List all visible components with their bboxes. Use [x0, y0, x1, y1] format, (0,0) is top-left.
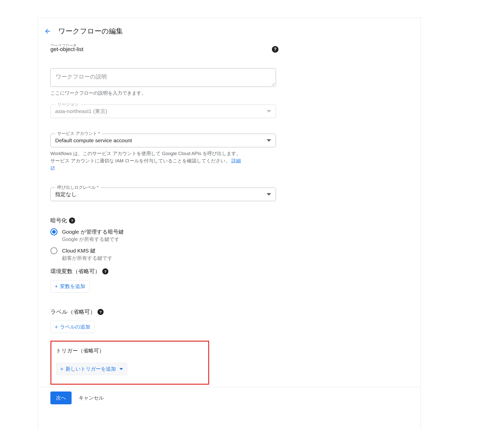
encryption-option-desc: Google が所有する鍵です	[62, 236, 124, 243]
encryption-option-desc: 顧客が所有する鍵です	[62, 255, 112, 262]
chevron-down-icon	[119, 368, 123, 370]
back-arrow-icon[interactable]	[44, 28, 51, 35]
region-value: asia-northeast1 (東京)	[55, 108, 107, 115]
help-icon[interactable]: ?	[98, 309, 104, 315]
external-link-icon[interactable]	[50, 166, 55, 170]
help-icon[interactable]: ?	[272, 46, 278, 53]
plus-icon: +	[55, 284, 58, 289]
envvars-title: 環境変数（省略可）	[50, 268, 100, 275]
plus-icon: +	[60, 366, 64, 372]
chevron-down-icon	[267, 110, 271, 113]
labels-title: ラベル（省略可）	[50, 308, 96, 316]
loglevel-label: 呼び出しログレベル *	[55, 185, 101, 190]
service-account-label: サービス アカウント *	[55, 131, 102, 136]
page-header: ワークフローの編集	[44, 26, 418, 36]
next-button[interactable]: 次へ	[50, 391, 72, 404]
workflow-name-label-clipped: ワークフロー名	[50, 43, 278, 46]
triggers-title: トリガー（省略可）	[56, 347, 204, 354]
add-env-var-button[interactable]: + 変数を追加	[50, 280, 89, 293]
encryption-option-label: Cloud KMS 鍵	[62, 247, 112, 254]
plus-icon: +	[55, 324, 58, 330]
encryption-option-google[interactable]: Google が管理する暗号鍵 Google が所有する鍵です	[50, 228, 278, 243]
radio-selected-icon	[50, 228, 57, 235]
help-icon[interactable]: ?	[102, 268, 108, 274]
textarea-resize-handle-icon[interactable]	[271, 82, 275, 86]
region-select: asia-northeast1 (東京)	[51, 105, 276, 118]
help-icon[interactable]: ?	[69, 218, 75, 224]
chevron-down-icon	[267, 139, 271, 142]
footer-divider	[39, 387, 420, 387]
description-placeholder: ワークフローの説明	[56, 74, 107, 80]
description-helper: ここにワークフローの説明を入力できます。	[50, 89, 278, 97]
description-textarea[interactable]: ワークフローの説明	[50, 68, 276, 87]
encryption-title: 暗号化	[50, 217, 67, 224]
triggers-section-highlight: トリガー（省略可） + 新しいトリガーを追加	[50, 341, 209, 385]
add-trigger-button[interactable]: + 新しいトリガーを追加	[56, 363, 127, 375]
region-label: リージョン	[55, 101, 81, 107]
encryption-option-label: Google が管理する暗号鍵	[62, 228, 124, 235]
workflow-name-value: get-object-list	[50, 46, 83, 53]
loglevel-value: 指定なし	[55, 191, 77, 198]
service-account-helper: Workflows は、このサービス アカウントを使用して Google Clo…	[50, 150, 278, 172]
service-account-value: Default compute service account	[55, 137, 132, 144]
page-title: ワークフローの編集	[58, 26, 123, 36]
details-link[interactable]: 詳細	[231, 158, 241, 163]
radio-unselected-icon	[50, 247, 57, 254]
chevron-down-icon	[267, 193, 271, 196]
cancel-button[interactable]: キャンセル	[79, 395, 104, 401]
add-label-button[interactable]: + ラベルの追加	[50, 321, 94, 333]
encryption-option-kms[interactable]: Cloud KMS 鍵 顧客が所有する鍵です	[50, 247, 278, 262]
